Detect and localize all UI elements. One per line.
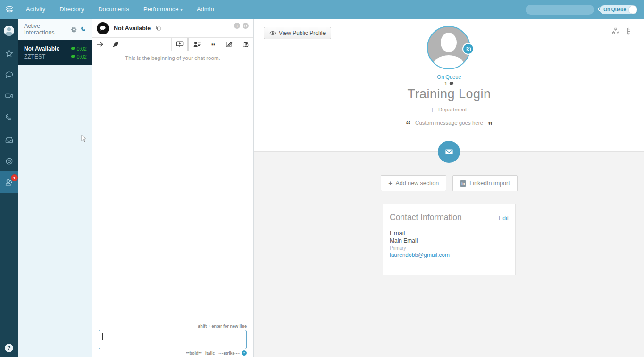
canned-responses-button[interactable]: “ — [205, 38, 221, 51]
nav-admin-label: Admin — [197, 6, 214, 13]
screen-share-button[interactable] — [171, 38, 187, 51]
notes-button[interactable] — [221, 38, 237, 51]
profile-department-row: | Department — [254, 107, 644, 112]
linkedin-import-label: LinkedIn import — [469, 180, 510, 187]
contact-information-card: Contact Information Edit Email Main Emai… — [383, 204, 516, 275]
plus-icon: + — [388, 179, 392, 187]
formatting-help-icon[interactable]: ? — [242, 350, 247, 356]
interaction-queue-name: ZZTEST — [24, 53, 71, 60]
contact-field-qualifier: Primary — [390, 246, 509, 251]
schedule-button[interactable] — [237, 38, 253, 51]
interaction-row-queue: ZZTEST 0:02 — [24, 52, 87, 60]
nav-directory[interactable]: Directory — [52, 0, 91, 19]
chevron-down-icon: ▾ — [180, 8, 183, 12]
contact-card-title: Contact Information — [390, 212, 499, 222]
global-search[interactable] — [526, 5, 594, 15]
sidebar-item-relate[interactable] — [0, 153, 18, 169]
agent-icon: 1 — [4, 178, 14, 187]
interactions-title: Active Interactions — [24, 23, 67, 36]
chat-input-area: shift + enter for new line **bold** _ita… — [92, 324, 253, 357]
nav-directory-label: Directory — [59, 6, 84, 13]
chat-timer-bubble-icon — [71, 46, 75, 51]
interaction-time-value: 0:02 — [77, 54, 87, 60]
org-chart-icon[interactable] — [612, 27, 619, 35]
profile-avatar[interactable] — [427, 26, 470, 69]
on-queue-toggle-label: On Queue — [603, 7, 626, 12]
quote-close-icon: ” — [488, 124, 493, 128]
add-section-button[interactable]: + Add new section — [381, 175, 446, 191]
sidebar-item-inbox[interactable] — [0, 131, 18, 147]
eye-icon — [269, 31, 276, 35]
contact-field-group: Email — [390, 230, 509, 237]
envelope-icon — [444, 148, 454, 155]
newline-hint: shift + enter for new line — [99, 324, 247, 329]
search-input[interactable] — [530, 5, 597, 15]
edit-link[interactable]: Edit — [499, 215, 509, 221]
department-separator: | — [432, 107, 433, 112]
sidebar-item-interactions[interactable]: 1 — [0, 171, 18, 193]
message-box — [99, 330, 247, 349]
chat-count: 1 — [444, 81, 447, 86]
message-input[interactable] — [99, 330, 246, 349]
sidebar-item-profile[interactable] — [0, 23, 18, 39]
sidebar-item-help[interactable]: ? — [0, 340, 18, 356]
nav-activity[interactable]: Activity — [19, 0, 52, 19]
dismiss-icon[interactable] — [243, 23, 249, 29]
contact-email-link[interactable]: laurendobb@gmail.com — [390, 252, 509, 258]
email-button[interactable] — [438, 141, 460, 163]
interactions-panel: Active Interactions Not Available 0:02 Z… — [18, 19, 92, 357]
top-nav: Activity Directory Documents Performance… — [0, 0, 644, 19]
chat-header: Not Available ‹ — [92, 19, 253, 37]
transfer-button[interactable] — [92, 38, 108, 51]
chat-panel: Not Available ‹ “ — [92, 19, 254, 357]
nav-documents[interactable]: Documents — [91, 0, 136, 19]
sidebar-rail: 1 ? — [0, 19, 18, 357]
nav-admin[interactable]: Admin — [190, 0, 221, 19]
toggle-knob[interactable] — [629, 6, 637, 14]
linkedin-import-button[interactable]: in LinkedIn import — [452, 175, 517, 191]
nav-performance[interactable]: Performance▾ — [136, 0, 190, 19]
interaction-row-main: Not Available 0:02 — [24, 44, 87, 52]
profile-status[interactable]: On Queue — [254, 74, 644, 80]
text-caret — [102, 333, 103, 340]
view-public-profile-label: View Public Profile — [279, 30, 326, 36]
video-camera-icon — [4, 92, 14, 100]
chat-timer-bubble-icon — [71, 54, 75, 59]
view-public-profile-button[interactable]: View Public Profile — [264, 27, 331, 39]
chat-room-avatar-icon — [97, 22, 109, 34]
interactions-header: Active Interactions — [18, 19, 92, 40]
interaction-time-value: 0:02 — [77, 46, 87, 51]
sidebar-item-chat[interactable] — [0, 67, 18, 83]
phone-icon — [5, 113, 13, 122]
sidebar-item-favorites[interactable] — [0, 45, 18, 61]
add-section-label: Add new section — [395, 180, 439, 187]
camera-icon[interactable] — [462, 43, 474, 55]
copy-icon[interactable] — [155, 25, 161, 31]
interactions-count-badge: 1 — [11, 174, 18, 181]
gear-icon[interactable] — [71, 26, 77, 33]
phone-settings-icon[interactable] — [80, 26, 87, 33]
contact-details-button[interactable] — [189, 38, 205, 51]
custom-message[interactable]: Custom message goes here — [415, 120, 483, 126]
chat-toolbar: “ — [92, 37, 253, 51]
chat-count-bubble-icon — [449, 81, 454, 86]
timeline-list-icon[interactable] — [626, 27, 633, 35]
sidebar-item-phone[interactable] — [0, 110, 18, 126]
interaction-timer-2: 0:02 — [71, 54, 87, 60]
interaction-timer: 0:02 — [71, 46, 87, 51]
sidebar-item-video[interactable] — [0, 88, 18, 104]
profile-name: Training Login — [254, 87, 644, 102]
target-circle-icon — [5, 157, 14, 166]
app-logo-icon[interactable] — [0, 4, 19, 15]
profile-actions: + Add new section in LinkedIn import — [254, 175, 644, 191]
wrap-up-button[interactable] — [108, 38, 124, 51]
chat-bubble-icon — [5, 70, 14, 79]
help-icon: ? — [5, 344, 13, 352]
star-icon — [5, 49, 14, 58]
interaction-list-item[interactable]: Not Available 0:02 ZZTEST 0:02 — [18, 40, 92, 65]
collapse-left-icon[interactable]: ‹ — [234, 23, 240, 29]
department-label[interactable]: Department — [438, 107, 467, 112]
on-queue-toggle[interactable]: On Queue — [600, 5, 637, 14]
profile-custom-message-row: “ Custom message goes here ” — [254, 118, 644, 128]
profile-avatar-icon — [4, 26, 14, 36]
